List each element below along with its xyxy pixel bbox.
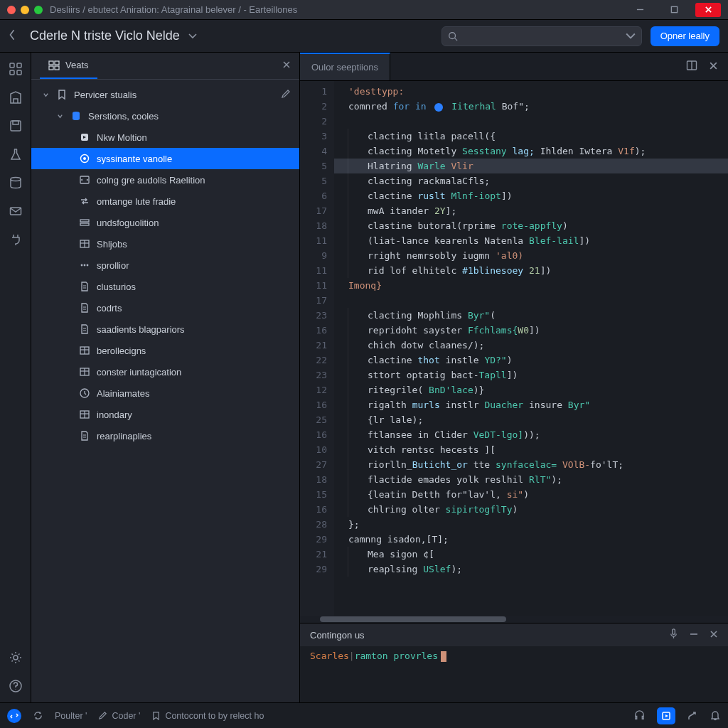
pencil-icon bbox=[98, 711, 107, 720]
tree-item-label: Shljobs bbox=[97, 239, 127, 250]
edit-icon[interactable] bbox=[281, 89, 291, 101]
org-icon[interactable] bbox=[8, 90, 23, 105]
sidebar-tree: Pervicer stualisSerstions, coolesNkw Mol… bbox=[31, 80, 299, 702]
tree-item[interactable]: clusturios bbox=[31, 276, 299, 297]
tree-group[interactable]: Serstions, cooles bbox=[31, 105, 299, 127]
svg-point-29 bbox=[84, 264, 86, 267]
minimize-dot[interactable] bbox=[21, 6, 29, 14]
terminal-cursor bbox=[441, 651, 446, 662]
tree-item[interactable]: berollecigns bbox=[31, 340, 299, 361]
project-title[interactable]: Cderle N triste Viclo Nelde bbox=[30, 28, 180, 43]
window-title: Desliirs / ebutect Aniration: Atagrainal… bbox=[50, 4, 297, 15]
status-bell-icon[interactable] bbox=[710, 710, 721, 722]
motion-icon bbox=[78, 131, 91, 144]
status-share-icon[interactable] bbox=[687, 710, 698, 722]
layers-icon bbox=[78, 216, 91, 229]
tree-item[interactable]: omtange lute fradie bbox=[31, 191, 299, 212]
svg-line-3 bbox=[454, 38, 457, 41]
open-button[interactable]: Opner leally bbox=[651, 26, 719, 46]
table-icon bbox=[78, 237, 91, 250]
search-input[interactable] bbox=[464, 31, 620, 41]
terminal-mic-icon[interactable] bbox=[669, 628, 678, 641]
project-dropdown-icon[interactable] bbox=[188, 31, 197, 41]
terminal-body[interactable]: Scarles|ramton provrles bbox=[300, 646, 728, 702]
line-gutter: 1223455617181191111172316212223121625161… bbox=[300, 81, 334, 616]
tree-item[interactable]: Nkw Moltion bbox=[31, 127, 299, 148]
status-seg1[interactable]: Poulter ' bbox=[55, 711, 87, 721]
doc-icon bbox=[78, 280, 91, 293]
terminal-minimize-icon[interactable] bbox=[690, 630, 698, 641]
sidebar-tab-views[interactable]: Veats bbox=[40, 53, 97, 79]
tree-item[interactable]: syssinante vanolle bbox=[31, 148, 299, 169]
terminal-prompt: Scarles bbox=[310, 651, 349, 661]
svg-rect-24 bbox=[80, 223, 89, 225]
back-icon[interactable] bbox=[9, 28, 21, 43]
search-dropdown-icon[interactable] bbox=[626, 31, 636, 41]
swap-icon bbox=[78, 195, 91, 208]
mail-icon[interactable] bbox=[8, 203, 23, 219]
tree-item-label: berollecigns bbox=[97, 346, 146, 356]
tree-item[interactable]: saadients blagpariors bbox=[31, 318, 299, 340]
tree-item[interactable]: codrts bbox=[31, 297, 299, 318]
svg-point-10 bbox=[11, 178, 21, 181]
status-run-button[interactable] bbox=[657, 707, 675, 724]
svg-rect-7 bbox=[17, 70, 21, 75]
tree-group[interactable]: Pervicer stualis bbox=[31, 84, 299, 105]
sidebar-tab-label: Veats bbox=[65, 60, 89, 70]
svg-point-12 bbox=[14, 655, 18, 660]
status-headset-icon[interactable] bbox=[633, 710, 646, 722]
terminal-close-icon[interactable] bbox=[710, 630, 718, 641]
plug-icon[interactable] bbox=[8, 232, 23, 247]
code-editor[interactable]: 1223455617181191111172316212223121625161… bbox=[300, 81, 728, 616]
bookmark-icon bbox=[151, 711, 161, 720]
table-icon bbox=[78, 365, 91, 378]
horizontal-scrollbar[interactable] bbox=[300, 616, 728, 623]
sidebar-close-icon[interactable] bbox=[282, 60, 291, 71]
search-box[interactable] bbox=[441, 26, 642, 46]
tree-item-label: clusturios bbox=[97, 282, 136, 292]
tree-item[interactable]: sprollior bbox=[31, 255, 299, 276]
apps-icon[interactable] bbox=[8, 61, 23, 77]
sidebar: Veats Pervicer stualisSerstions, coolesN… bbox=[31, 53, 300, 702]
save-icon[interactable] bbox=[8, 118, 23, 134]
sidebar-tabs: Veats bbox=[31, 53, 299, 80]
maximize-icon[interactable] bbox=[661, 3, 687, 17]
tree-item[interactable]: colng gre audolls Raelition bbox=[31, 169, 299, 191]
sync-icon bbox=[33, 710, 43, 721]
zoom-dot[interactable] bbox=[34, 6, 43, 14]
editor-tab[interactable]: Oulor seeptiions bbox=[300, 53, 390, 80]
traffic-lights bbox=[7, 6, 43, 14]
activity-bar bbox=[0, 53, 31, 702]
database-icon[interactable] bbox=[8, 175, 23, 191]
svg-point-30 bbox=[87, 264, 89, 267]
tree-item[interactable]: Shljobs bbox=[31, 233, 299, 255]
tree-item[interactable]: inondary bbox=[31, 404, 299, 425]
status-seg3[interactable]: Contocont to by relect ho bbox=[151, 711, 264, 721]
split-icon[interactable] bbox=[686, 60, 697, 73]
tree-item[interactable]: conster iuntagication bbox=[31, 361, 299, 382]
gear-icon[interactable] bbox=[8, 650, 23, 665]
tree-item[interactable]: undsfoguolition bbox=[31, 212, 299, 233]
status-seg2[interactable]: Coder ' bbox=[98, 711, 140, 721]
doc-icon bbox=[78, 323, 91, 336]
tree-item[interactable]: rearplinaplies bbox=[31, 425, 299, 446]
close-dot[interactable] bbox=[7, 6, 16, 14]
tree-item-label: Alainiamates bbox=[97, 388, 149, 399]
svg-rect-9 bbox=[13, 121, 18, 124]
tree-item-label: syssinante vanolle bbox=[97, 154, 172, 164]
help-icon[interactable] bbox=[8, 678, 23, 694]
scrollbar-thumb[interactable] bbox=[320, 616, 506, 622]
code-content[interactable]: 'desttypp:comnred for in Iiterhal Bof";c… bbox=[334, 81, 728, 616]
status-remote-icon[interactable] bbox=[7, 709, 21, 723]
close-icon[interactable] bbox=[695, 3, 721, 17]
tree-item[interactable]: Alainiamates bbox=[31, 382, 299, 404]
minimize-icon[interactable] bbox=[627, 3, 653, 17]
terminal-panel: Contingon us Scarles|ramton provrles bbox=[300, 623, 728, 702]
svg-rect-8 bbox=[11, 121, 21, 131]
svg-rect-51 bbox=[673, 629, 675, 634]
close-panel-icon[interactable] bbox=[709, 61, 718, 73]
svg-rect-1 bbox=[671, 6, 677, 12]
svg-rect-15 bbox=[55, 61, 59, 65]
flask-icon[interactable] bbox=[8, 146, 23, 162]
status-sync[interactable] bbox=[33, 710, 43, 721]
